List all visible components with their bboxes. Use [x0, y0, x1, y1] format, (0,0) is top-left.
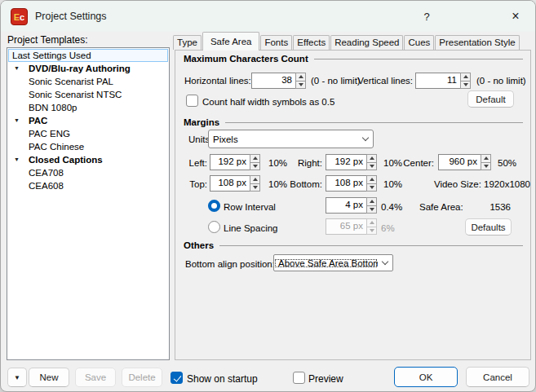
- chevron-down-icon: [378, 262, 392, 264]
- row-interval-label[interactable]: Row Interval: [224, 201, 276, 213]
- units-value: Pixels: [209, 134, 358, 144]
- project-templates-label: Project Templates:: [7, 34, 88, 46]
- vertical-lines-input[interactable]: 11: [415, 73, 461, 89]
- spin-down-icon[interactable]: [481, 162, 491, 171]
- half-width-checkbox-label[interactable]: Count half width symbols as 0.5: [202, 96, 334, 108]
- template-category[interactable]: ▼DVD/Blu-ray Authoring: [7, 62, 169, 75]
- half-width-checkbox[interactable]: [186, 95, 198, 107]
- top-margin-spinner: 108 px: [210, 175, 260, 192]
- template-item[interactable]: CEA708: [7, 166, 169, 179]
- collapse-triangle-icon[interactable]: ▼: [14, 114, 20, 127]
- horizontal-lines-input[interactable]: 38: [251, 73, 296, 89]
- show-on-startup-label[interactable]: Show on startup: [187, 373, 258, 385]
- left-margin-label: Left:: [182, 157, 207, 169]
- vertical-lines-hint: (0 - no limit): [476, 75, 526, 86]
- template-item-selected[interactable]: Last Settings Used: [8, 49, 168, 62]
- bottom-margin-spinner: 108 px: [326, 175, 377, 192]
- units-dropdown[interactable]: Pixels: [208, 130, 374, 148]
- vertical-lines-spinner: 11: [415, 73, 471, 89]
- template-item[interactable]: PAC ENG: [7, 127, 169, 140]
- tab-presentation-style[interactable]: Presentation Style: [435, 35, 519, 50]
- line-spacing-spinner: 65 px: [326, 218, 377, 235]
- template-item[interactable]: Sonic Scenarist NTSC: [7, 88, 169, 101]
- horizontal-lines-label: Horizontal lines:: [184, 75, 251, 86]
- spin-down-icon[interactable]: [366, 183, 377, 192]
- safe-area-tab-page: Maximum Characters Count Horizontal line…: [175, 50, 531, 360]
- template-item[interactable]: CEA608: [7, 179, 169, 192]
- bottom-align-label: Bottom align position:: [185, 258, 275, 270]
- horizontal-lines-spinner: 38: [251, 73, 306, 89]
- preview-label[interactable]: Preview: [308, 373, 343, 385]
- safe-area-value: 1536: [470, 201, 511, 213]
- templates-menu-button[interactable]: ▼: [7, 368, 27, 387]
- ok-button[interactable]: OK: [394, 367, 458, 387]
- cancel-button[interactable]: Cancel: [466, 367, 529, 387]
- close-icon: ×: [512, 9, 519, 24]
- row-interval-radio[interactable]: [208, 200, 220, 212]
- left-margin-percent: 10%: [268, 157, 287, 169]
- save-button[interactable]: Save: [75, 368, 116, 387]
- center-margin-label: Center:: [398, 157, 434, 169]
- safe-area-label: Safe Area:: [419, 201, 463, 213]
- collapse-triangle-icon[interactable]: ▼: [14, 153, 20, 166]
- line-spacing-radio[interactable]: [208, 221, 220, 233]
- template-item[interactable]: PAC Chinese: [7, 140, 169, 153]
- line-spacing-label[interactable]: Line Spacing: [224, 222, 278, 234]
- line-spacing-input: 65 px: [326, 218, 367, 235]
- tab-reading-speed[interactable]: Reading Speed: [330, 35, 403, 50]
- bottom-align-value: Above Safe Area Bottom: [274, 258, 378, 268]
- preview-checkbox[interactable]: [293, 372, 305, 384]
- help-icon: ?: [423, 11, 429, 23]
- template-item[interactable]: Sonic Scenarist PAL: [7, 75, 169, 88]
- template-category[interactable]: ▼Closed Captions: [7, 153, 169, 166]
- close-button[interactable]: ×: [499, 5, 532, 28]
- max-chars-section-header: Maximum Characters Count: [184, 54, 523, 64]
- bottom-margin-label: Bottom:: [286, 178, 322, 190]
- help-button[interactable]: ?: [410, 5, 443, 28]
- top-margin-label: Top:: [182, 178, 207, 190]
- titlebar: Ec Project Settings ? ×: [1, 1, 535, 32]
- tab-fonts[interactable]: Fonts: [260, 35, 292, 50]
- delete-button[interactable]: Delete: [122, 368, 162, 387]
- menu-arrow-icon: ▼: [14, 374, 20, 381]
- tab-effects[interactable]: Effects: [293, 35, 330, 50]
- tab-safe-area[interactable]: Safe Area: [202, 32, 260, 51]
- new-button[interactable]: New: [29, 368, 69, 387]
- tab-type[interactable]: Type: [173, 35, 202, 50]
- bottom-align-dropdown[interactable]: Above Safe Area Bottom: [273, 254, 393, 271]
- collapse-triangle-icon[interactable]: ▼: [14, 62, 20, 75]
- tab-cues[interactable]: Cues: [404, 35, 434, 50]
- left-margin-input[interactable]: 192 px: [210, 154, 250, 170]
- template-item[interactable]: BDN 1080p: [7, 101, 169, 114]
- vertical-lines-label: Vertical lines:: [347, 75, 413, 86]
- video-size-label: Video Size: 1920x1080: [404, 178, 530, 190]
- default-button[interactable]: Default: [467, 90, 514, 108]
- templates-listbox: Last Settings Used ▼DVD/Blu-ray Authorin…: [7, 47, 170, 360]
- top-margin-input[interactable]: 108 px: [210, 175, 250, 192]
- defaults-button[interactable]: Defaults: [465, 218, 512, 236]
- margins-section-header: Margins: [184, 117, 523, 127]
- right-margin-spinner: 192 px: [326, 154, 377, 170]
- spin-down-icon[interactable]: [295, 81, 306, 90]
- app-icon-letter-e: E: [14, 12, 20, 22]
- spin-down-icon: [366, 227, 377, 236]
- spin-down-icon[interactable]: [250, 183, 260, 192]
- bottom-margin-percent: 10%: [383, 178, 402, 190]
- spin-down-icon[interactable]: [366, 205, 377, 214]
- tab-bar: Type Safe Area Fonts Effects Reading Spe…: [173, 32, 520, 50]
- left-margin-spinner: 192 px: [210, 154, 260, 170]
- top-margin-percent: 10%: [268, 178, 287, 190]
- spin-down-icon[interactable]: [250, 162, 260, 171]
- row-interval-input[interactable]: 4 px: [326, 197, 367, 214]
- center-margin-input[interactable]: 960 px: [438, 154, 481, 170]
- others-section-header: Others: [184, 240, 523, 250]
- right-margin-input[interactable]: 192 px: [326, 154, 367, 170]
- spin-down-icon[interactable]: [460, 81, 471, 90]
- template-category[interactable]: ▼PAC: [7, 114, 169, 127]
- spin-down-icon[interactable]: [366, 162, 377, 171]
- show-on-startup-checkbox[interactable]: [171, 372, 183, 384]
- line-spacing-percent: 6%: [381, 222, 395, 234]
- app-icon: Ec: [11, 8, 28, 25]
- window-title: Project Settings: [35, 11, 107, 22]
- bottom-margin-input[interactable]: 108 px: [326, 175, 367, 192]
